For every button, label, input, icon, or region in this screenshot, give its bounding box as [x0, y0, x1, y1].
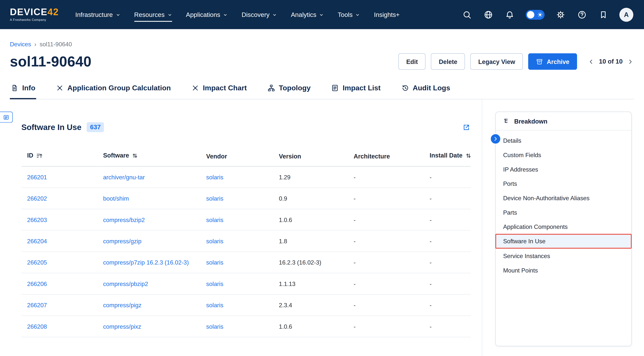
gear-icon[interactable] — [555, 9, 566, 20]
breakdown-item-software-in-use[interactable]: Software In Use — [495, 234, 632, 249]
delete-button[interactable]: Delete — [431, 53, 465, 70]
vendor-link[interactable]: solaris — [206, 174, 224, 180]
breakdown-item-label: Mount Points — [503, 267, 538, 273]
breakdown-item-ip-addresses[interactable]: IP Addresses — [496, 162, 631, 177]
tab-label: Info — [22, 84, 35, 92]
sort-updown-icon[interactable] — [132, 153, 138, 160]
menu-item-applications[interactable]: Applications — [186, 0, 228, 29]
column-header-install-date[interactable]: Install Date — [424, 148, 470, 166]
side-panel-toggle-button[interactable] — [0, 112, 13, 123]
software-id-link[interactable]: 266206 — [27, 280, 47, 287]
bookmark-icon[interactable] — [598, 9, 609, 20]
breakdown-title: Breakdown — [514, 118, 548, 125]
tab-application-group-calculation[interactable]: Application Group Calculation — [55, 84, 172, 99]
architecture-value: - — [354, 216, 356, 223]
tab-impact-chart[interactable]: Impact Chart — [190, 84, 248, 99]
tab-audit-logs[interactable]: Audit Logs — [400, 84, 451, 99]
software-name-link[interactable]: compress/pbzip2 — [103, 280, 148, 287]
tab-topology[interactable]: Topology — [266, 84, 312, 99]
menu-item-discovery[interactable]: Discovery — [242, 0, 277, 29]
software-table-body: 266201 archiver/gnu-tar solaris 1.29 - -… — [21, 167, 470, 337]
software-name-link[interactable]: compress/pigz — [103, 302, 142, 308]
vendor-link[interactable]: solaris — [206, 259, 224, 266]
archive-button[interactable]: Archive — [528, 53, 577, 70]
software-name-link[interactable]: compress/bzip2 — [103, 216, 145, 223]
breakdown-item-parts[interactable]: Parts — [496, 205, 631, 219]
vendor-link[interactable]: solaris — [206, 302, 224, 308]
crossed-tools-icon — [191, 84, 199, 92]
vendor-link[interactable]: solaris — [206, 238, 224, 244]
breakdown-item-label: Details — [503, 137, 521, 144]
globe-icon[interactable] — [483, 9, 494, 20]
breakdown-item-mount-points[interactable]: Mount Points — [496, 263, 631, 277]
breakdown-item-service-instances[interactable]: Service Instances — [496, 249, 631, 263]
architecture-value: - — [354, 302, 356, 308]
table-row: 266201 archiver/gnu-tar solaris 1.29 - - — [21, 167, 470, 188]
breakdown-item-custom-fields[interactable]: Custom Fields — [496, 148, 631, 162]
menu-item-infrastructure[interactable]: Infrastructure — [75, 0, 120, 29]
edit-button[interactable]: Edit — [398, 53, 426, 70]
chevron-down-icon — [356, 13, 360, 17]
software-id-link[interactable]: 266202 — [27, 195, 47, 202]
sort-updown-icon[interactable] — [466, 153, 472, 160]
software-name-link[interactable]: compress/pixz — [103, 323, 141, 330]
content-area: Software In Use 637 ID Software Vendor V… — [0, 99, 644, 356]
archive-icon — [536, 58, 543, 65]
menu-item-tools[interactable]: Tools — [338, 0, 360, 29]
notifications-bell-icon[interactable] — [504, 9, 515, 20]
software-id-link[interactable]: 266207 — [27, 302, 47, 308]
column-header-version[interactable]: Version — [273, 148, 348, 166]
tab-label: Topology — [279, 84, 310, 92]
next-device-button[interactable] — [626, 58, 634, 65]
breadcrumb: Devices › sol11-90640 — [10, 41, 644, 48]
table-row: 266205 compress/p7zip 16.2.3 (16.02-3) s… — [21, 252, 470, 273]
breadcrumb-devices-link[interactable]: Devices — [10, 41, 31, 48]
software-id-link[interactable]: 266203 — [27, 216, 47, 223]
prev-device-button[interactable] — [588, 58, 595, 65]
page-title: sol11-90640 — [10, 53, 92, 70]
search-icon[interactable] — [462, 9, 472, 20]
column-header-id[interactable]: ID — [21, 148, 97, 166]
software-id-link[interactable]: 266201 — [27, 174, 47, 180]
menu-item-analytics[interactable]: Analytics — [291, 0, 324, 29]
breakdown-panel: Breakdown Details Custom Fields IP Addre… — [495, 112, 632, 346]
menu-item-resources[interactable]: Resources — [134, 0, 172, 29]
column-header-architecture[interactable]: Architecture — [348, 148, 424, 166]
theme-toggle[interactable] — [526, 10, 544, 19]
vendor-link[interactable]: solaris — [206, 323, 224, 330]
architecture-value: - — [354, 238, 356, 244]
breakdown-item-device-non-authoritative-aliases[interactable]: Device Non-Authoritative Aliases — [496, 191, 631, 205]
software-id-link[interactable]: 266205 — [27, 259, 47, 266]
install-date-value: - — [430, 216, 432, 223]
version-value: 2.3.4 — [279, 302, 292, 308]
archive-button-label: Archive — [547, 58, 569, 65]
device42-logo[interactable]: DEVICE42 A Freshworks Company — [10, 7, 59, 22]
breakdown-item-details[interactable]: Details — [496, 133, 631, 148]
software-name-link[interactable]: compress/gzip — [103, 238, 142, 244]
vendor-link[interactable]: solaris — [206, 216, 224, 223]
vendor-link[interactable]: solaris — [206, 280, 224, 287]
external-link-icon[interactable] — [462, 123, 470, 131]
tab-label: Audit Logs — [412, 84, 450, 92]
software-name-link[interactable]: archiver/gnu-tar — [103, 174, 145, 180]
vendor-link[interactable]: solaris — [206, 195, 224, 202]
device42-app: DEVICE42 A Freshworks Company Infrastruc… — [0, 0, 644, 356]
software-name-link[interactable]: compress/p7zip 16.2.3 (16.02-3) — [103, 259, 189, 266]
table-row: 266206 compress/pbzip2 solaris 1.1.13 - … — [21, 273, 470, 294]
tab-impact-list[interactable]: Impact List — [330, 84, 382, 99]
collapse-panel-button[interactable] — [490, 133, 501, 144]
legacy-view-button[interactable]: Legacy View — [470, 53, 523, 70]
breakdown-item-application-components[interactable]: Application Components — [496, 219, 631, 234]
software-id-link[interactable]: 266204 — [27, 238, 47, 244]
breakdown-item-ports[interactable]: Ports — [496, 177, 631, 191]
software-id-link[interactable]: 266208 — [27, 323, 47, 330]
tab-info[interactable]: Info — [10, 84, 36, 99]
sort-asc-icon[interactable] — [36, 153, 42, 160]
column-header-vendor[interactable]: Vendor — [200, 148, 273, 166]
install-date-value: - — [430, 302, 432, 308]
column-header-software[interactable]: Software — [97, 148, 200, 166]
software-name-link[interactable]: boot/shim — [103, 195, 129, 202]
help-icon[interactable] — [576, 9, 587, 20]
user-avatar[interactable]: A — [619, 7, 633, 22]
menu-item-insights-[interactable]: Insights+ — [374, 0, 400, 29]
